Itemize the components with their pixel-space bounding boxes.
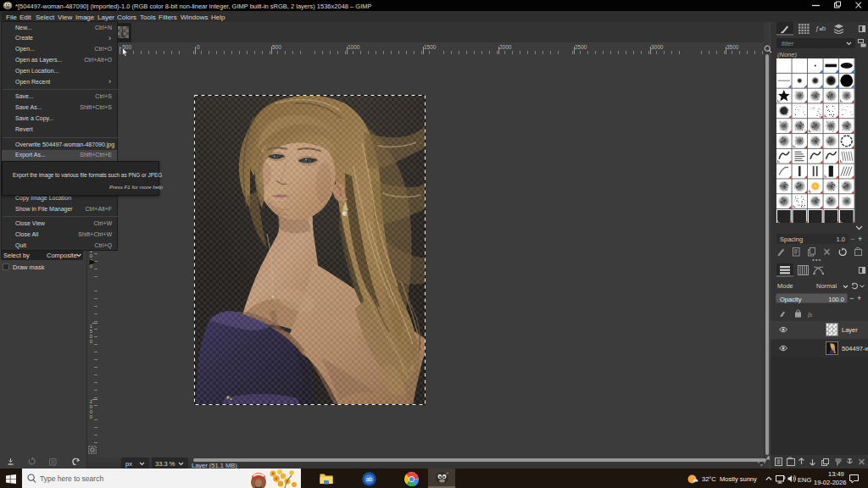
svg-text:fx: fx — [808, 311, 813, 319]
svg-text:ab: ab — [366, 476, 373, 482]
